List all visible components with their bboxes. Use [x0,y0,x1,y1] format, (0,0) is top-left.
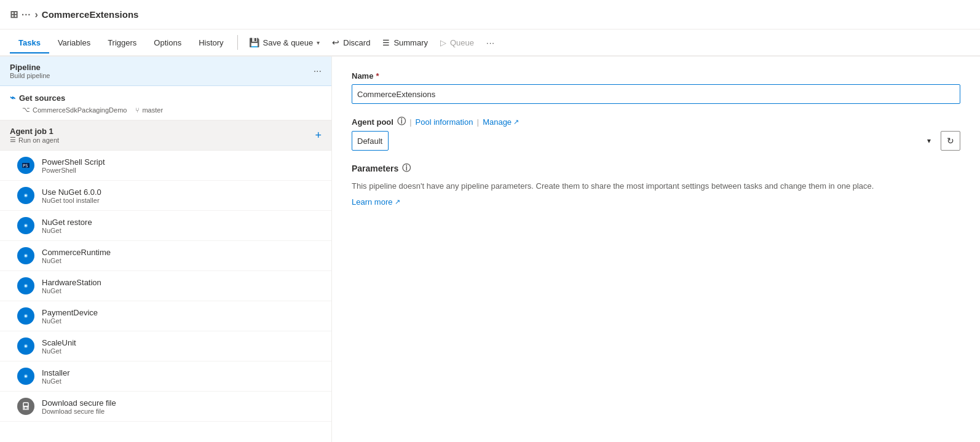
svg-text:PS: PS [23,164,28,168]
main-layout: Pipeline Build pipeline ··· ⌁ Get source… [0,57,980,442]
toolbar-separator [237,35,238,50]
get-sources-branch: ⑂ master [135,106,163,114]
agent-job-subtitle: ☰ Run on agent [10,136,59,144]
payment-device-icon [17,307,34,325]
tab-triggers[interactable]: Triggers [99,33,145,53]
get-sources-section: ⌁ Get sources ⌥ CommerceSdkPackagingDemo… [0,86,331,120]
svg-point-4 [25,195,27,197]
scale-unit-info: ScaleUnit NuGet [42,338,76,355]
pool-row-sep2: | [476,117,479,127]
agent-pool-info-icon[interactable]: ⓘ [397,116,406,127]
learn-more-link[interactable]: Learn more ↗ [352,197,960,207]
parameters-description: This pipeline doesn't have any pipeline … [352,180,960,192]
task-item-payment-device[interactable]: PaymentDevice NuGet [0,301,331,331]
agent-icon: ☰ [10,136,16,144]
nuget-install-info: Use NuGet 6.0.0 NuGet tool installer [42,187,101,204]
task-item-nuget-install[interactable]: Use NuGet 6.0.0 NuGet tool installer [0,181,331,211]
breadcrumb-chevron: › [35,9,38,20]
dropdown-chevron-icon: ▾ [927,136,931,145]
commerce-runtime-icon [17,247,34,264]
grid-icon: ⊞ [10,9,18,20]
nuget-restore-icon [17,217,34,234]
external-link-icon: ↗ [513,118,519,126]
queue-button[interactable]: ▷ Queue [434,34,480,51]
get-sources-meta: ⌥ CommerceSdkPackagingDemo ⑂ master [10,106,322,114]
parameters-header: Parameters ⓘ [352,163,960,174]
add-task-button[interactable]: + [315,129,322,142]
nuget-install-icon [17,187,34,204]
task-item-commerce-runtime[interactable]: CommerceRuntime NuGet [0,241,331,271]
summary-icon: ☰ [382,38,390,47]
installer-icon [17,368,34,385]
pool-information-link[interactable]: Pool information [416,117,473,127]
svg-point-10 [25,255,27,257]
download-secure-icon [17,398,34,415]
top-header: ⊞ ··· › CommerceExtensions [0,0,980,30]
right-panel: Name * Agent pool ⓘ | Pool information |… [332,57,980,442]
parameters-group: Parameters ⓘ This pipeline doesn't have … [352,163,960,207]
refresh-pool-button[interactable]: ↻ [941,131,960,151]
pipeline-more-button[interactable]: ··· [314,66,322,77]
agent-pool-field-group: Agent pool ⓘ | Pool information | Manage… [352,116,960,151]
discard-icon: ↩ [332,37,339,47]
task-item-powershell[interactable]: PS PowerShell Script PowerShell [0,151,331,181]
name-required: * [376,71,379,81]
toolbar: Tasks Variables Triggers Options History… [0,30,980,57]
pool-row-sep1: | [409,117,412,127]
name-field-group: Name * [352,71,960,104]
get-sources-icon: ⌁ [10,92,15,103]
parameters-info-icon[interactable]: ⓘ [402,163,411,174]
branch-icon: ⑂ [135,106,140,114]
agent-job-title[interactable]: Agent job 1 [10,127,59,136]
parameters-label: Parameters [352,164,398,173]
agent-job-header: Agent job 1 ☰ Run on agent + [0,120,331,151]
more-options-button[interactable]: ··· [480,34,501,51]
svg-point-22 [25,376,27,377]
task-item-nuget-restore[interactable]: NuGet restore NuGet [0,211,331,241]
name-label: Name * [352,71,960,81]
tab-history[interactable]: History [190,33,232,53]
commerce-runtime-info: CommerceRuntime NuGet [42,248,111,264]
pipeline-header: Pipeline Build pipeline ··· [0,57,331,86]
task-item-scale-unit[interactable]: ScaleUnit NuGet [0,331,331,361]
agent-pool-dropdown-row: Default ▾ ↻ [352,131,960,151]
name-input[interactable] [352,84,960,104]
powershell-task-icon: PS [17,157,34,174]
left-panel: Pipeline Build pipeline ··· ⌁ Get source… [0,57,332,442]
breadcrumb-title: CommerceExtensions [42,9,139,20]
tab-tasks[interactable]: Tasks [10,33,49,53]
svg-point-7 [25,225,27,227]
svg-point-19 [25,345,27,347]
save-queue-button[interactable]: 💾 Save & queue ▾ [243,34,326,51]
installer-info: Installer NuGet [42,368,70,385]
agent-pool-label-row: Agent pool ⓘ | Pool information | Manage… [352,116,960,127]
save-chevron-icon[interactable]: ▾ [317,39,320,46]
svg-point-25 [25,407,27,409]
queue-play-icon: ▷ [440,38,446,47]
nuget-restore-info: NuGet restore NuGet [42,218,92,234]
scale-unit-icon [17,337,34,355]
agent-job-info: Agent job 1 ☰ Run on agent [10,127,59,144]
learn-more-external-icon: ↗ [395,198,400,206]
tab-options[interactable]: Options [145,33,190,53]
pipeline-subtitle: Build pipeline [10,72,50,79]
breadcrumb-dots[interactable]: ··· [22,9,31,20]
tab-variables[interactable]: Variables [49,33,99,53]
task-item-hardware-station[interactable]: HardwareStation NuGet [0,271,331,301]
pipeline-info: Pipeline Build pipeline [10,63,50,79]
pipeline-title[interactable]: Pipeline [10,63,50,72]
agent-pool-select[interactable]: Default [352,131,389,151]
refresh-icon: ↻ [947,136,954,146]
summary-button[interactable]: ☰ Summary [376,34,434,51]
download-secure-info: Download secure file Download secure fil… [42,398,116,415]
manage-link[interactable]: Manage ↗ [483,117,519,127]
get-sources-label[interactable]: ⌁ Get sources [10,92,322,103]
task-item-installer[interactable]: Installer NuGet [0,361,331,392]
hardware-station-icon [17,277,34,294]
discard-button[interactable]: ↩ Discard [326,34,376,51]
save-icon: 💾 [249,37,259,47]
get-sources-repo: ⌥ CommerceSdkPackagingDemo [22,106,127,114]
payment-device-info: PaymentDevice NuGet [42,308,98,325]
agent-pool-label: Agent pool [352,117,393,127]
task-item-download-secure[interactable]: Download secure file Download secure fil… [0,392,331,422]
